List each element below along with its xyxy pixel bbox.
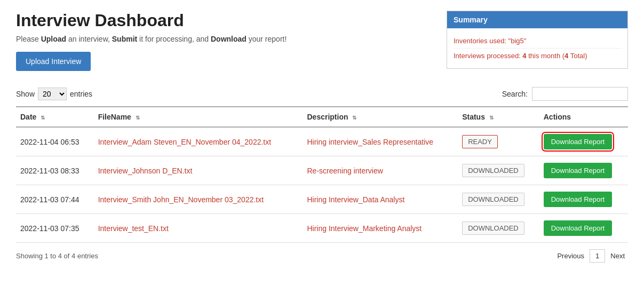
page-1-button[interactable]: 1 <box>590 249 605 263</box>
download-report-button[interactable]: Download Report <box>544 163 612 178</box>
cell-status: DOWNLOADED <box>458 156 539 185</box>
cell-description: Hiring Interview_Data Analyst <box>303 185 458 214</box>
table-row: 2022-11-04 06:53Interview_Adam Steven_EN… <box>16 127 628 156</box>
showing-entries-text: Showing 1 to 4 of 4 entries <box>16 252 98 260</box>
cell-date: 2022-11-03 07:44 <box>16 185 94 214</box>
col-description[interactable]: Description ⇅ <box>303 107 458 127</box>
cell-filename: Interview_Johnson D_EN.txt <box>94 156 303 185</box>
cell-action: Download Report <box>539 127 628 156</box>
entries-label: entries <box>70 90 92 98</box>
table-controls: Show 10 20 25 50 100 entries Search: <box>16 87 628 101</box>
summary-header: Summary <box>447 11 627 28</box>
cell-status: DOWNLOADED <box>458 214 539 243</box>
status-badge: READY <box>462 135 498 148</box>
table-row: 2022-11-03 07:35Interview_test_EN.txtHir… <box>16 214 628 243</box>
cell-filename: Interview_Smith John_EN_November 03_2022… <box>94 185 303 214</box>
summary-inventories-row: Inventories used: "big5" <box>454 34 621 49</box>
page-subtitle: Please Upload an interview, Submit it fo… <box>16 35 287 43</box>
sort-filename-icon: ⇅ <box>136 115 140 121</box>
sort-status-icon: ⇅ <box>489 115 494 121</box>
cell-action: Download Report <box>539 156 628 185</box>
cell-description: Hiring interview_Sales Representative <box>303 127 458 156</box>
cell-date: 2022-11-04 06:53 <box>16 127 94 156</box>
filename-link[interactable]: Interview_test_EN.txt <box>98 224 169 233</box>
download-report-button[interactable]: Download Report <box>544 192 612 207</box>
cell-date: 2022-11-03 08:33 <box>16 156 94 185</box>
cell-filename: Interview_test_EN.txt <box>94 214 303 243</box>
status-badge: DOWNLOADED <box>462 164 524 177</box>
show-label: Show <box>16 90 35 98</box>
summary-interviews-row: Interviews processed: 4 this month (4 To… <box>454 49 621 63</box>
page-title: Interview Dashboard <box>16 11 287 30</box>
interviews-table: Date ⇅ FileName ⇅ Description ⇅ Status ⇅… <box>16 106 628 243</box>
table-row: 2022-11-03 08:33Interview_Johnson D_EN.t… <box>16 156 628 185</box>
sort-description-icon: ⇅ <box>352 115 356 121</box>
filename-link[interactable]: Interview_Smith John_EN_November 03_2022… <box>98 195 264 204</box>
download-report-button[interactable]: Download Report <box>544 134 612 149</box>
cell-filename: Interview_Adam Steven_EN_November 04_202… <box>94 127 303 156</box>
sort-date-icon: ⇅ <box>41 115 45 121</box>
summary-panel: Summary Inventories used: "big5" Intervi… <box>447 11 628 69</box>
cell-action: Download Report <box>539 214 628 243</box>
table-row: 2022-11-03 07:44Interview_Smith John_EN_… <box>16 185 628 214</box>
download-report-button[interactable]: Download Report <box>544 220 612 236</box>
next-button[interactable]: Next <box>607 250 628 262</box>
filename-link[interactable]: Interview_Adam Steven_EN_November 04_202… <box>98 138 272 146</box>
col-filename[interactable]: FileName ⇅ <box>94 107 303 127</box>
entries-per-page-select[interactable]: 10 20 25 50 100 <box>38 88 67 100</box>
col-actions: Actions <box>539 107 628 127</box>
status-badge: DOWNLOADED <box>462 193 524 206</box>
cell-description: Hiring Interview_Marketing Analyst <box>303 214 458 243</box>
search-label: Search: <box>502 90 528 98</box>
col-date[interactable]: Date ⇅ <box>16 107 94 127</box>
cell-date: 2022-11-03 07:35 <box>16 214 94 243</box>
filename-link[interactable]: Interview_Johnson D_EN.txt <box>98 167 193 175</box>
previous-button[interactable]: Previous <box>554 250 587 262</box>
upload-interview-button[interactable]: Upload Interview <box>16 52 91 71</box>
cell-status: READY <box>458 127 539 156</box>
status-badge: DOWNLOADED <box>462 221 524 235</box>
cell-action: Download Report <box>539 185 628 214</box>
pagination: Previous 1 Next <box>554 249 628 263</box>
search-input[interactable] <box>532 87 628 101</box>
table-footer: Showing 1 to 4 of 4 entries Previous 1 N… <box>16 249 628 263</box>
col-status[interactable]: Status ⇅ <box>458 107 539 127</box>
cell-description: Re-screening interview <box>303 156 458 185</box>
cell-status: DOWNLOADED <box>458 185 539 214</box>
